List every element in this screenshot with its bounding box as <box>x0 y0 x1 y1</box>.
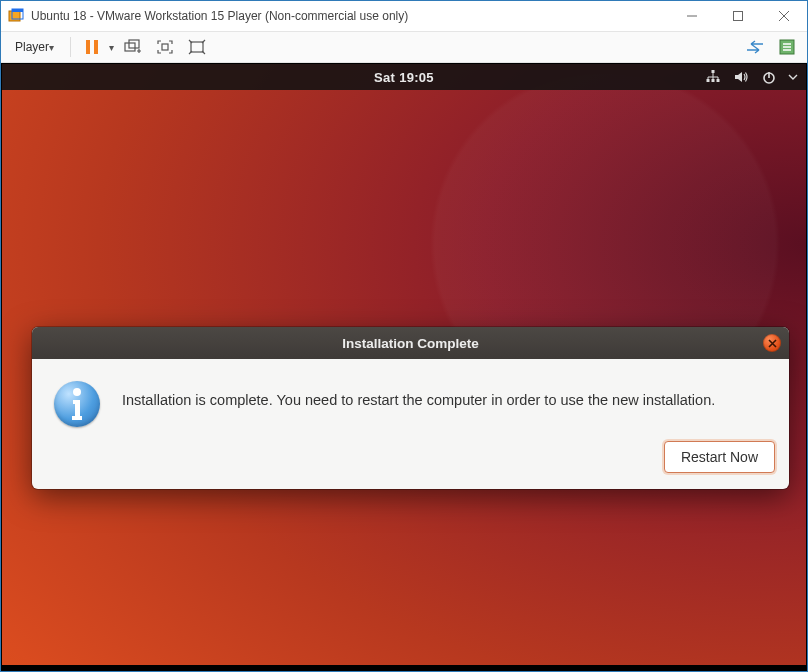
svg-rect-11 <box>712 70 715 73</box>
svg-rect-9 <box>191 42 203 52</box>
svg-rect-14 <box>717 79 720 82</box>
svg-rect-2 <box>12 9 23 12</box>
svg-point-16 <box>73 388 81 396</box>
dialog-close-button[interactable] <box>763 334 781 352</box>
minimize-button[interactable] <box>669 1 715 31</box>
svg-rect-13 <box>712 79 715 82</box>
host-toolbar: Player <box>1 31 807 63</box>
host-title-text: Ubuntu 18 - VMware Workstation 15 Player… <box>31 9 669 23</box>
vmware-app-icon <box>7 7 25 25</box>
pause-button[interactable] <box>81 35 103 59</box>
toolbar-separator <box>70 37 71 57</box>
player-menu-button[interactable]: Player <box>9 35 60 59</box>
window-controls <box>669 1 807 31</box>
restart-now-button[interactable]: Restart Now <box>664 441 775 473</box>
info-icon <box>54 381 100 427</box>
cycle-multiple-monitors-button[interactable] <box>741 35 769 59</box>
sound-icon[interactable] <box>732 68 750 86</box>
svg-rect-5 <box>94 40 98 54</box>
host-titlebar[interactable]: Ubuntu 18 - VMware Workstation 15 Player… <box>1 1 807 31</box>
ubuntu-top-bar[interactable]: Sat 19:05 <box>2 64 806 90</box>
clock: Sat 19:05 <box>2 70 806 85</box>
close-button[interactable] <box>761 1 807 31</box>
svg-rect-8 <box>162 44 168 50</box>
chevron-down-icon[interactable] <box>788 68 798 86</box>
svg-rect-4 <box>86 40 90 54</box>
system-status-area[interactable] <box>704 64 798 90</box>
vmware-window: Ubuntu 18 - VMware Workstation 15 Player… <box>0 0 808 672</box>
guest-display[interactable]: Sat 19:05 <box>1 63 807 671</box>
network-icon[interactable] <box>704 68 722 86</box>
manage-button[interactable] <box>775 35 799 59</box>
svg-rect-12 <box>707 79 710 82</box>
installation-complete-dialog: Installation Complete Installation is co… <box>32 327 789 489</box>
dialog-message: Installation is complete. You need to re… <box>122 381 715 411</box>
svg-rect-3 <box>734 12 743 21</box>
svg-rect-7 <box>129 40 139 48</box>
unity-mode-button[interactable] <box>184 35 210 59</box>
fullscreen-button[interactable] <box>152 35 178 59</box>
dialog-title: Installation Complete <box>342 336 479 351</box>
pause-dropdown[interactable] <box>109 35 114 59</box>
dialog-titlebar[interactable]: Installation Complete <box>32 327 789 359</box>
send-ctrl-alt-del-button[interactable] <box>120 35 146 59</box>
svg-rect-6 <box>125 43 135 51</box>
ubuntu-desktop[interactable]: Sat 19:05 <box>2 64 806 665</box>
power-icon[interactable] <box>760 68 778 86</box>
maximize-button[interactable] <box>715 1 761 31</box>
